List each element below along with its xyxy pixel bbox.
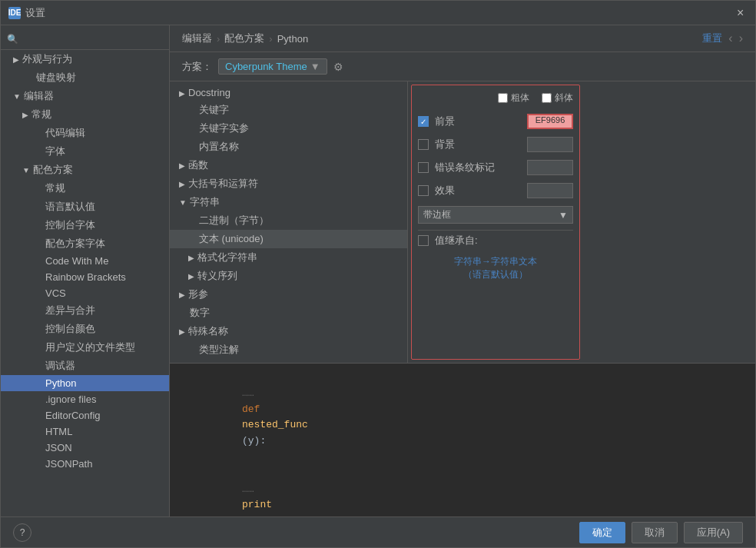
background-checkbox[interactable]	[418, 139, 429, 150]
forward-button[interactable]: ›	[739, 32, 743, 45]
sidebar-item-consolefont[interactable]: 控制台字体	[1, 216, 169, 234]
tree-item[interactable]: ▶格式化字符串	[170, 248, 407, 267]
apply-button[interactable]: 应用(A)	[684, 522, 743, 543]
tree-item[interactable]: 类型注解	[170, 340, 407, 359]
tree-item[interactable]: 关键字	[170, 101, 407, 119]
kw-def: def	[242, 404, 266, 415]
italic-label[interactable]: 斜体	[542, 91, 573, 105]
sidebar-item-diffmerge[interactable]: 差异与合并	[1, 301, 169, 320]
errorstripe-checkbox[interactable]	[418, 162, 429, 173]
sidebar-item-json[interactable]: JSON	[1, 440, 169, 456]
effect-type-label: 带边框	[423, 208, 451, 221]
sidebar-item-consolecolor[interactable]: 控制台颜色	[1, 320, 169, 338]
tree-item-label: 内置名称	[199, 141, 239, 152]
sidebar-item-codewithme[interactable]: Code With Me	[1, 253, 169, 269]
sidebar-item-jsonpath[interactable]: JSONPath	[1, 456, 169, 472]
sidebar-label: 键盘映射	[36, 71, 76, 85]
tree-item[interactable]: ▶转义序列	[170, 267, 407, 285]
tree-item[interactable]: 二进制（字节）	[170, 211, 407, 230]
tree-item[interactable]: 数字	[170, 304, 407, 322]
sidebar-label: Python	[45, 377, 76, 389]
sidebar-item-ignorefile[interactable]: .ignore files	[1, 391, 169, 407]
reset-button[interactable]: 重置	[702, 32, 722, 45]
sidebar-item-filetypes[interactable]: 用户定义的文件类型	[1, 338, 169, 357]
effects-color[interactable]	[527, 183, 573, 198]
code-line-2: …… print (y + 1 )	[182, 466, 743, 516]
inherit-link-container: 字符串→字符串文本 （语言默认值）	[418, 255, 573, 281]
tree-item-label: 形参	[188, 288, 208, 300]
tree-item[interactable]: 内置名称	[170, 138, 407, 156]
bold-checkbox[interactable]	[498, 93, 508, 103]
background-color[interactable]	[527, 137, 573, 152]
bold-label[interactable]: 粗体	[498, 91, 529, 105]
errorstripe-color[interactable]	[527, 160, 573, 175]
arrow-icon: ▼	[22, 166, 30, 174]
tree-item-label: 函数	[188, 159, 208, 171]
effect-type-row: 带边框 ▼	[418, 204, 573, 225]
gear-icon[interactable]: ⚙	[333, 61, 343, 73]
cancel-button[interactable]: 取消	[632, 522, 678, 543]
close-button[interactable]: ×	[737, 8, 748, 18]
sidebar-item-codeediting[interactable]: 代码编辑	[1, 124, 169, 142]
tree-item[interactable]: ▼字符串	[170, 193, 407, 211]
dots-1: ……	[242, 387, 254, 399]
sidebar-label: 常规	[32, 108, 51, 121]
sidebar-item-appearance[interactable]: ▶外观与行为	[1, 50, 169, 68]
sidebar-label: 用户定义的文件类型	[45, 340, 135, 354]
tree-item[interactable]: ▶形参	[170, 285, 407, 304]
italic-checkbox[interactable]	[542, 93, 552, 103]
tree-item-label: 字符串	[190, 196, 220, 208]
search-input[interactable]	[22, 33, 163, 45]
sidebar-item-python[interactable]: Python	[1, 375, 169, 391]
sidebar-item-editorconfig[interactable]: EditorConfig	[1, 407, 169, 423]
sidebar-item-fonts[interactable]: 字体	[1, 142, 169, 161]
tree-item[interactable]: ▶大括号和运算符	[170, 174, 407, 193]
sidebar-item-general2[interactable]: 常规	[1, 179, 169, 198]
tree-item[interactable]: ▶函数	[170, 156, 407, 174]
ok-button[interactable]: 确定	[579, 522, 625, 543]
sidebar-label: 常规	[45, 181, 65, 195]
props-panel: 粗体 斜体 前景 EF9696 背景	[411, 85, 580, 360]
sidebar-label: HTML	[45, 426, 72, 437]
sidebar-item-rainbowbrackets[interactable]: Rainbow Brackets	[1, 269, 169, 285]
func-print: print	[242, 499, 272, 510]
dots-2: ……	[242, 483, 278, 495]
foreground-color[interactable]: EF9696	[527, 114, 573, 129]
sidebar-item-schemefont[interactable]: 配色方案字体	[1, 234, 169, 253]
foreground-label: 前景	[435, 115, 521, 128]
foreground-checkbox[interactable]	[418, 116, 429, 127]
scheme-dropdown[interactable]: Cyberpunk Theme ▼	[218, 58, 327, 75]
sidebar-item-langdefault[interactable]: 语言默认值	[1, 198, 169, 216]
help-button[interactable]: ?	[13, 523, 32, 542]
inherit-link[interactable]: 字符串→字符串文本	[418, 255, 573, 268]
sidebar-item-keymap[interactable]: 键盘映射	[1, 68, 169, 87]
sidebar-item-debugger[interactable]: 调试器	[1, 357, 169, 375]
code-line-1: …… def nested_func (y):	[182, 370, 743, 466]
sidebar-label: Code With Me	[45, 255, 108, 267]
sidebar-item-colorscheme[interactable]: ▼配色方案	[1, 161, 169, 179]
effects-checkbox[interactable]	[418, 185, 429, 196]
sidebar-item-editor[interactable]: ▼编辑器	[1, 87, 169, 105]
effect-dropdown-arrow: ▼	[559, 210, 568, 221]
tree-item[interactable]: ▶特殊名称	[170, 322, 407, 340]
tree-item[interactable]: 关键字实参	[170, 119, 407, 138]
sidebar-label: .ignore files	[45, 394, 96, 405]
bottom-bar: ? 确定 取消 应用(A)	[1, 516, 755, 547]
errorstripe-row: 错误条纹标记	[418, 158, 573, 177]
sidebar-label: 外观与行为	[22, 52, 72, 66]
sidebar-item-vcs[interactable]: VCS	[1, 285, 169, 301]
breadcrumb-colorscheme: 配色方案	[224, 32, 264, 45]
sidebar-item-general[interactable]: ▶常规	[1, 105, 169, 124]
tree-item[interactable]: ▶Docstring	[170, 85, 407, 101]
sidebar-label: 配色方案字体	[45, 237, 105, 251]
tree-item-label: Docstring	[188, 87, 230, 98]
tree-item-label: 特殊名称	[188, 325, 228, 337]
arrow-icon: ▶	[13, 55, 19, 64]
effect-dropdown[interactable]: 带边框 ▼	[418, 206, 573, 224]
background-row: 背景	[418, 135, 573, 154]
inherit-checkbox[interactable]	[418, 235, 429, 246]
sidebar-item-html[interactable]: HTML	[1, 423, 169, 440]
back-button[interactable]: ‹	[728, 32, 732, 45]
tree-item[interactable]: 文本 (unicode)	[170, 230, 407, 248]
breadcrumb: 编辑器 › 配色方案 › Python 重置 ‹ ›	[170, 25, 755, 52]
